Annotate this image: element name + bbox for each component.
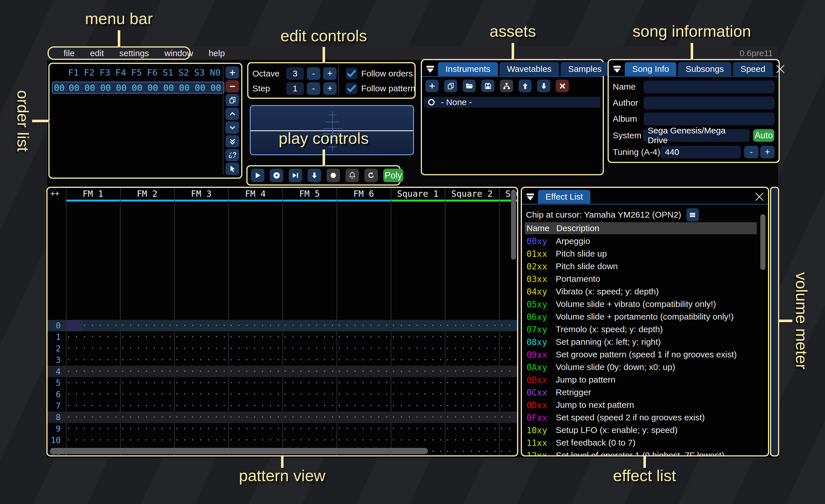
pattern-cell[interactable]: ···········: [226, 354, 280, 366]
deep-clone-button[interactable]: [225, 149, 239, 161]
pattern-row[interactable]: 2·······································…: [48, 343, 517, 354]
order-cell[interactable]: 00: [129, 82, 145, 93]
octave-value[interactable]: 3: [286, 67, 304, 80]
order-row[interactable]: 0000000000000000000000: [52, 82, 224, 94]
pattern-cell[interactable]: ···········: [334, 389, 388, 400]
duplicate-instrument-button[interactable]: [444, 80, 457, 92]
pattern-cell[interactable]: ···········: [64, 331, 118, 343]
pattern-cell[interactable]: ···········: [226, 423, 280, 434]
collapse-window-icon[interactable]: [612, 64, 622, 74]
vertical-scrollbar[interactable]: [511, 189, 516, 260]
pattern-cell[interactable]: ···········: [226, 377, 280, 389]
pattern-cell[interactable]: ···········: [172, 377, 226, 389]
pattern-cell[interactable]: ···········: [443, 412, 497, 423]
pattern-cell[interactable]: ···········: [334, 320, 388, 331]
delete-instrument-button[interactable]: [556, 80, 569, 92]
tuning-input[interactable]: 440: [660, 146, 741, 158]
pattern-cell[interactable]: ···········: [443, 320, 497, 331]
pattern-cell[interactable]: ···········: [226, 412, 280, 423]
pattern-cell[interactable]: ···········: [443, 377, 497, 389]
pattern-cell[interactable]: ···········: [64, 389, 118, 400]
tab-song-info[interactable]: Song Info: [625, 62, 676, 76]
pattern-cell[interactable]: ···········: [497, 400, 518, 412]
order-cell[interactable]: 00: [145, 82, 161, 93]
pattern-cell[interactable]: ···········: [226, 389, 280, 400]
pattern-grid[interactable]: FM 1FM 2FM 3FM 4FM 5FM 6Square 1Square 2…: [48, 188, 517, 455]
pattern-cell[interactable]: ···········: [64, 400, 118, 412]
pattern-cell[interactable]: ···········: [172, 389, 226, 400]
step-row-button[interactable]: [308, 169, 321, 182]
instrument-folders-button[interactable]: [500, 80, 513, 92]
collapse-window-icon[interactable]: [425, 64, 435, 74]
pattern-cell[interactable]: ···········: [226, 366, 280, 377]
pattern-row[interactable]: 9·······································…: [48, 423, 517, 434]
step-value[interactable]: 1: [286, 82, 304, 95]
pattern-cursor-cell[interactable]: [66, 320, 82, 331]
order-cell[interactable]: 00: [161, 82, 176, 93]
pattern-cell[interactable]: ···········: [497, 331, 518, 343]
channel-header-fm-4[interactable]: FM 4: [228, 188, 283, 199]
pattern-cell[interactable]: ···········: [226, 434, 280, 446]
pattern-cell[interactable]: ···········: [118, 331, 172, 343]
open-instrument-button[interactable]: [463, 80, 476, 92]
pattern-cell[interactable]: ···········: [443, 366, 497, 377]
menu-help[interactable]: help: [201, 47, 233, 60]
channel-header-fm-5[interactable]: FM 5: [283, 188, 336, 199]
pattern-cell[interactable]: ···········: [497, 320, 518, 331]
pattern-cell[interactable]: ···········: [64, 343, 118, 354]
song-album-input[interactable]: [644, 112, 774, 125]
pattern-cell[interactable]: ···········: [172, 423, 226, 434]
pattern-cell[interactable]: ···········: [334, 434, 388, 446]
pattern-cell[interactable]: ···········: [334, 377, 388, 389]
tab-wavetables[interactable]: Wavetables: [500, 62, 559, 76]
tab-speed[interactable]: Speed: [733, 62, 773, 76]
pattern-cell[interactable]: ···········: [64, 434, 118, 446]
pattern-cell[interactable]: ···········: [172, 354, 226, 366]
channel-header-fm-2[interactable]: FM 2: [120, 188, 174, 199]
add-instrument-button[interactable]: [425, 80, 439, 92]
pattern-cell[interactable]: ···········: [388, 434, 443, 446]
add-order-button[interactable]: [225, 67, 239, 79]
pattern-cell[interactable]: ···········: [388, 377, 443, 389]
pattern-cell[interactable]: ···········: [334, 423, 388, 434]
duplicate-order-button[interactable]: [225, 94, 239, 106]
pattern-cell[interactable]: ···········: [118, 434, 172, 446]
pattern-cell[interactable]: ···········: [443, 354, 497, 366]
follow-pattern-checkbox[interactable]: [346, 83, 357, 94]
pattern-cell[interactable]: ···········: [388, 423, 443, 434]
channel-header-fm-1[interactable]: FM 1: [66, 188, 120, 199]
pattern-cell[interactable]: ···········: [280, 366, 334, 377]
pattern-cell[interactable]: ···········: [226, 331, 280, 343]
pattern-cell[interactable]: ···········: [280, 389, 334, 400]
pattern-cell[interactable]: ···········: [443, 331, 497, 343]
pattern-row[interactable]: 3·······································…: [48, 354, 517, 366]
pattern-cell[interactable]: ···········: [226, 343, 280, 354]
pattern-cell[interactable]: ···········: [64, 366, 118, 377]
pattern-row[interactable]: 5·······································…: [48, 377, 517, 389]
step-plus-button[interactable]: +: [323, 82, 336, 95]
pattern-cell[interactable]: ···········: [280, 331, 334, 343]
play-from-cursor-button[interactable]: [289, 169, 302, 182]
pattern-cell[interactable]: ···········: [443, 400, 497, 412]
close-icon[interactable]: [774, 63, 786, 75]
pattern-cell[interactable]: ···········: [497, 354, 518, 366]
order-cell[interactable]: 00: [176, 82, 192, 93]
save-instrument-button[interactable]: [481, 80, 495, 92]
channel-header-fm-3[interactable]: FM 3: [174, 188, 228, 199]
tab-samples[interactable]: Samples: [560, 62, 609, 76]
pattern-cell[interactable]: ···········: [497, 377, 518, 389]
system-select[interactable]: Sega Genesis/Mega Drive: [643, 129, 750, 142]
order-cell[interactable]: 00: [98, 82, 114, 93]
instrument-list-item[interactable]: - None -: [424, 97, 600, 108]
pattern-cell[interactable]: ···········: [388, 366, 443, 377]
pattern-cell[interactable]: ···········: [118, 354, 172, 366]
pattern-cell[interactable]: ···········: [388, 331, 443, 343]
remove-order-button[interactable]: [225, 80, 239, 92]
pattern-cell[interactable]: ···········: [280, 423, 334, 434]
pattern-cell[interactable]: ···········: [118, 423, 172, 434]
pattern-cell[interactable]: ···········: [64, 423, 118, 434]
pattern-cell[interactable]: ···········: [64, 412, 118, 423]
octave-plus-button[interactable]: +: [323, 67, 336, 80]
pattern-row[interactable]: 0·······································…: [48, 320, 517, 331]
tuning-plus-button[interactable]: +: [760, 146, 774, 158]
